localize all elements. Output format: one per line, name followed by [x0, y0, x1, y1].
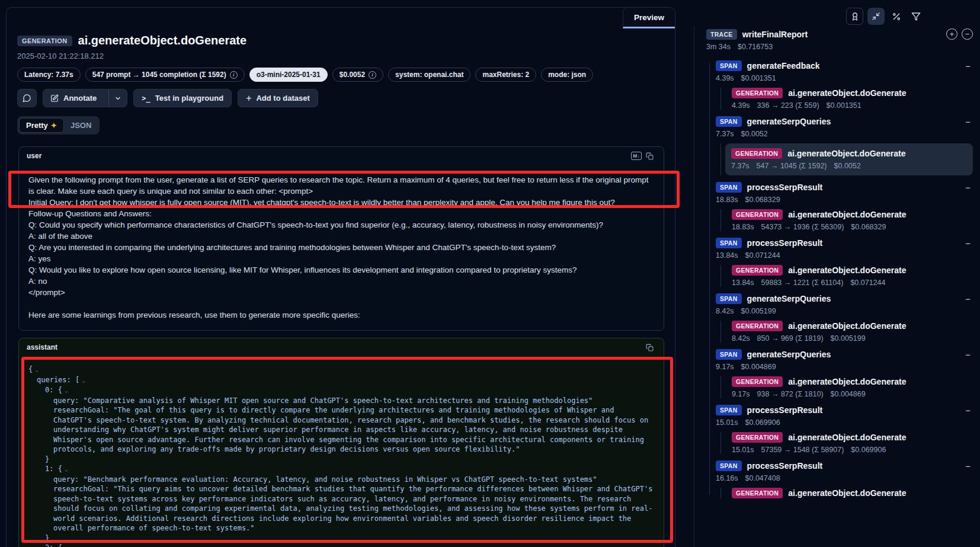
generation-row[interactable]: GENERATIONai.generateObject.doGenerate: [731, 148, 967, 159]
generation-metrics: 18.83s54373 → 1936 (Σ 56309)$0.068329: [732, 223, 973, 231]
generation-row[interactable]: GENERATIONai.generateObject.doGenerate: [732, 88, 973, 98]
collapse-node-button[interactable]: −: [965, 61, 973, 71]
collapse-node-button[interactable]: −: [965, 405, 973, 415]
comment-button[interactable]: [17, 89, 37, 107]
pill-system-openai-chat[interactable]: system: openai.chat: [388, 68, 470, 82]
collapse-chevron-icon[interactable]: ⌄: [82, 377, 85, 383]
span-duration: 18.83s: [716, 196, 738, 204]
collapse-node-button[interactable]: −: [965, 238, 973, 248]
collapse-node-button[interactable]: −: [965, 117, 973, 127]
span-metrics: 4.39s$0.001351: [716, 74, 973, 82]
header-icon-toolbar: [846, 8, 924, 25]
generation-cost: $0.0052: [834, 162, 861, 170]
chevron-down-icon: [114, 95, 121, 102]
span-node: SPANprocessSerpResult−18.83s$0.068329GEN…: [706, 182, 973, 231]
add-to-dataset-button[interactable]: + Add to dataset: [238, 89, 318, 107]
span-row[interactable]: SPANprocessSerpResult−: [716, 460, 973, 471]
playground-button[interactable]: >_ Test in playground: [133, 89, 232, 107]
collapse-node-button[interactable]: −: [965, 183, 973, 193]
span-metrics: 15.01s$0.069906: [716, 418, 973, 427]
toggle-json-label: JSON: [71, 121, 91, 130]
trace-root-row[interactable]: TRACE writeFinalReport + −: [706, 28, 973, 40]
generation-duration: 18.83s: [732, 223, 754, 231]
collapse-chevron-icon[interactable]: ⌄: [65, 387, 68, 394]
generation-node[interactable]: GENERATIONai.generateObject.doGenerate15…: [728, 432, 973, 454]
generation-row[interactable]: GENERATIONai.generateObject.doGenerate: [732, 488, 973, 498]
minus-circle-icon[interactable]: −: [962, 28, 973, 40]
markdown-icon[interactable]: M↓: [630, 150, 643, 162]
annotate-button[interactable]: Annotate: [43, 89, 127, 107]
annotate-label: Annotate: [63, 94, 97, 103]
toggle-json[interactable]: JSON: [64, 119, 98, 132]
generation-node[interactable]: GENERATIONai.generateObject.doGenerate9.…: [728, 376, 973, 398]
generation-row[interactable]: GENERATIONai.generateObject.doGenerate: [732, 321, 973, 331]
generation-title: ai.generateObject.doGenerate: [788, 488, 906, 498]
collapse-chevron-icon[interactable]: ⌄: [65, 545, 68, 547]
collapse-node-button[interactable]: −: [965, 294, 973, 304]
trace-sidebar: TRACE writeFinalReport + − 3m 34s $0.716…: [706, 28, 973, 547]
span-row[interactable]: SPANgenerateSerpQueries−: [716, 349, 973, 360]
pill-latency-7-37s[interactable]: Latency: 7.37s: [17, 68, 81, 82]
generation-duration: 8.42s: [732, 334, 750, 343]
collapse-chevron-icon[interactable]: ⌄: [35, 366, 39, 373]
span-row[interactable]: SPANprocessSerpResult−: [716, 182, 973, 193]
observation-type-badge: GENERATION: [17, 36, 72, 46]
generation-tokens: 938 → 872 (Σ 1810): [757, 390, 824, 398]
span-cost: $0.001351: [741, 74, 776, 82]
span-cost: $0.069906: [745, 418, 780, 427]
generation-cost: $0.071244: [850, 279, 885, 287]
span-node: SPANprocessSerpResult−15.01s$0.069906GEN…: [706, 405, 973, 454]
generation-metrics: 13.84s59883 → 1221 (Σ 61104)$0.071244: [732, 279, 973, 287]
collapse-icon[interactable]: [867, 8, 885, 25]
info-icon[interactable]: i: [230, 71, 238, 79]
user-message-body: Given the following prompt from the user…: [19, 165, 664, 330]
span-title: processSerpResult: [747, 183, 823, 192]
span-row[interactable]: SPANgenerateFeedback−: [716, 60, 973, 71]
metadata-pills: Latency: 7.37s547 prompt → 1045 completi…: [17, 68, 663, 82]
award-icon[interactable]: [846, 8, 863, 25]
generation-node[interactable]: GENERATIONai.generateObject.doGenerate: [728, 488, 973, 498]
collapse-node-button[interactable]: −: [965, 350, 973, 360]
pill-o3-mini-2025-01-31[interactable]: o3-mini-2025-01-31: [249, 68, 328, 82]
tab-preview[interactable]: Preview: [623, 7, 675, 28]
toggle-pretty[interactable]: Pretty ✦: [19, 118, 64, 133]
generation-node[interactable]: GENERATIONai.generateObject.doGenerate13…: [728, 265, 973, 287]
copy-icon[interactable]: [643, 150, 656, 162]
generation-row[interactable]: GENERATIONai.generateObject.doGenerate: [732, 265, 973, 276]
generation-cost: $0.069906: [851, 446, 886, 454]
span-row[interactable]: SPANgenerateSerpQueries−: [716, 293, 973, 304]
pill-mode-json[interactable]: mode: json: [541, 68, 593, 82]
json-line: 1: {⌄: [28, 464, 654, 475]
annotate-dropdown-button[interactable]: [108, 89, 127, 107]
span-row[interactable]: SPANprocessSerpResult−: [716, 405, 973, 415]
span-row[interactable]: SPANgenerateSerpQueries−: [716, 116, 973, 127]
generation-node[interactable]: GENERATIONai.generateObject.doGenerate18…: [728, 209, 973, 231]
generation-row[interactable]: GENERATIONai.generateObject.doGenerate: [732, 209, 973, 220]
json-line: 0: {⌄: [28, 385, 654, 396]
filter-icon[interactable]: [908, 8, 924, 25]
terminal-icon: >_: [142, 94, 150, 103]
json-line-text: }: [45, 534, 49, 542]
span-row[interactable]: SPANprocessSerpResult−: [716, 238, 973, 248]
plus-circle-icon[interactable]: +: [946, 28, 957, 40]
generation-node[interactable]: GENERATIONai.generateObject.doGenerate4.…: [728, 88, 973, 110]
tab-preview-label: Preview: [634, 13, 664, 22]
user-intro-paragraph: Given the following prompt from the user…: [28, 174, 654, 197]
generation-row[interactable]: GENERATIONai.generateObject.doGenerate: [732, 376, 973, 387]
copy-icon[interactable]: [643, 341, 656, 353]
generation-node[interactable]: GENERATIONai.generateObject.doGenerate8.…: [728, 321, 973, 343]
pill-label: 547 prompt → 1045 completion (Σ 1592): [92, 71, 226, 79]
json-line-text: researchGoal: "The goal of this query is…: [53, 406, 652, 453]
info-icon[interactable]: i: [369, 71, 376, 79]
pill-547-prompt-1045-completion-159[interactable]: 547 prompt → 1045 completion (Σ 1592)i: [85, 68, 245, 82]
collapse-node-button[interactable]: −: [965, 461, 973, 471]
panel-divider: [694, 26, 694, 547]
generation-node[interactable]: GENERATIONai.generateObject.doGenerate7.…: [725, 143, 973, 175]
pill-0-0052[interactable]: $0.0052i: [332, 68, 383, 82]
pill-maxretries-2[interactable]: maxRetries: 2: [475, 68, 536, 82]
pill-label: Latency: 7.37s: [24, 71, 73, 79]
percent-icon[interactable]: [889, 8, 904, 25]
generation-row[interactable]: GENERATIONai.generateObject.doGenerate: [732, 432, 973, 443]
collapse-chevron-icon[interactable]: ⌄: [65, 466, 68, 472]
generation-tokens: 336 → 223 (Σ 559): [757, 101, 819, 110]
